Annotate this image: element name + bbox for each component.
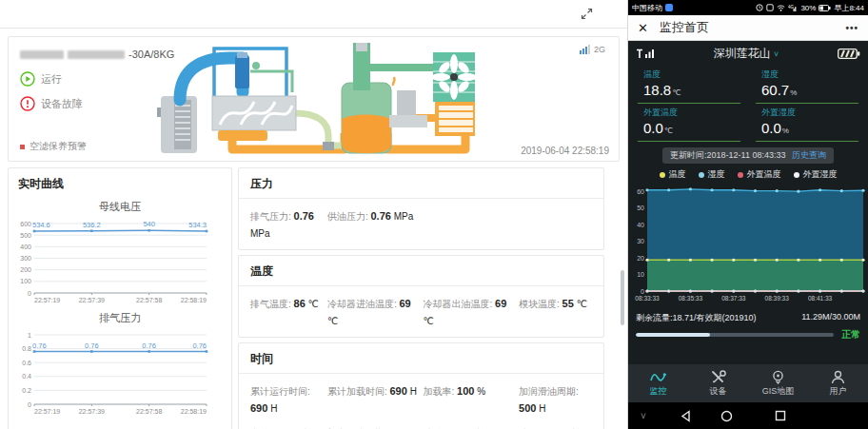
- metric-value: 0.0: [643, 120, 663, 136]
- alert-icon: [20, 96, 35, 111]
- svg-text:22:57:58: 22:57:58: [136, 408, 162, 415]
- svg-text:540: 540: [143, 220, 155, 228]
- section-grid: 排气温度: 86 ℃冷却器进油温度: 69 ℃冷却器出油温度: 69 ℃模块温度…: [239, 286, 603, 337]
- legend-item[interactable]: 外置湿度: [794, 168, 838, 181]
- desktop-panel: -30A/8KG 运行 设备故障: [0, 0, 628, 429]
- svg-text:08:35:33: 08:35:33: [679, 295, 703, 302]
- svg-text:500: 500: [20, 232, 31, 239]
- mobile-signal-icon: 4G: [788, 4, 798, 11]
- history-query-link[interactable]: 历史查询: [792, 150, 826, 160]
- svg-text:30: 30: [637, 238, 644, 244]
- data-field: 空滤器使用时间: 690 H: [250, 423, 324, 429]
- svg-text:22:57:19: 22:57:19: [34, 297, 60, 303]
- legend-dot-icon: [738, 172, 743, 178]
- metric-ext-temperature: 外置温度 0.0℃: [638, 104, 740, 142]
- data-field: 供油压力: 0.76 MPa: [327, 206, 420, 241]
- android-nav-bar: ˅: [628, 402, 868, 429]
- nav-item-devices[interactable]: 设备: [688, 370, 748, 398]
- legend-label: 湿度: [708, 168, 725, 181]
- legend-item[interactable]: 温度: [660, 168, 686, 181]
- quota-usage-label: 11.29M/30.00M: [801, 312, 860, 324]
- svg-text:08:33:33: 08:33:33: [635, 295, 660, 302]
- legend-item[interactable]: 湿度: [699, 168, 725, 181]
- metric-unit: ℃: [672, 88, 681, 97]
- svg-text:22:57:58: 22:57:58: [136, 297, 162, 303]
- android-home-button[interactable]: [717, 402, 736, 429]
- svg-text:10: 10: [637, 271, 644, 278]
- site-selector[interactable]: 深圳莲花山 ˅: [655, 46, 838, 62]
- svg-text:22:57:39: 22:57:39: [79, 408, 105, 415]
- android-back-button[interactable]: [676, 402, 695, 429]
- svg-text:22:58:19: 22:58:19: [181, 408, 207, 415]
- section-card: 压力排气压力: 0.76 MPa供油压力: 0.76 MPa: [238, 167, 604, 250]
- android-recents-button[interactable]: [771, 402, 790, 429]
- run-label: 运行: [41, 72, 62, 87]
- section-grid: 累计运行时间: 690 H累计加载时间: 690 H加载率: 100 %加润滑油…: [239, 374, 603, 429]
- redacted-text: [20, 50, 64, 59]
- network-label: 2G: [594, 45, 605, 54]
- overflow-menu-icon[interactable]: •••: [845, 23, 858, 33]
- svg-text:60: 60: [637, 188, 644, 195]
- data-field: 加润滑油周期: 500 H: [519, 381, 592, 416]
- fullscreen-icon[interactable]: [581, 8, 593, 20]
- status-time-label: 早上8:44: [834, 3, 864, 13]
- svg-text:600: 600: [20, 221, 31, 227]
- env-chart-wrap: 010203040506008:33:3308:35:3308:37:3308:…: [628, 184, 868, 307]
- metric-unit: %: [782, 127, 789, 135]
- metric-label: 外置湿度: [761, 107, 858, 119]
- device-battery-icon: [838, 49, 860, 59]
- wifi-icon: [777, 5, 785, 11]
- hide-nav-chevron-icon[interactable]: ˅: [636, 402, 651, 429]
- env-monitor-chart: 010203040506008:33:3308:35:3308:37:3308:…: [628, 184, 868, 303]
- desktop-body: -30A/8KG 运行 设备故障: [0, 29, 627, 429]
- svg-text:40: 40: [637, 222, 644, 228]
- svg-text:50: 50: [637, 205, 644, 211]
- battery-percent-label: 30%: [800, 4, 816, 12]
- user-icon: [831, 370, 845, 384]
- signal-bars-icon: [580, 45, 591, 54]
- data-field: 冷却器进油温度: 69 ℃: [327, 294, 420, 328]
- exhaust-pressure-chart: 00.20.40.60.8122:57:1922:57:3922:57:5822…: [9, 325, 218, 417]
- svg-text:08:39:33: 08:39:33: [765, 295, 790, 302]
- legend-item[interactable]: 外置温度: [738, 168, 781, 181]
- metric-temperature: 温度 18.8℃: [638, 66, 740, 104]
- svg-text:20: 20: [637, 255, 644, 262]
- alarm-clock-icon: [756, 4, 763, 11]
- svg-text:0: 0: [641, 288, 644, 295]
- nav-item-user[interactable]: 用户: [808, 370, 868, 398]
- svg-text:0: 0: [28, 290, 31, 297]
- data-field: 冷却器出油温度: 69 ℃: [424, 294, 516, 328]
- chart-title-bus-voltage: 母线电压: [9, 200, 231, 214]
- curves-card-title: 实时曲线: [9, 168, 231, 198]
- svg-text:200: 200: [20, 266, 31, 273]
- quota-progress-fill: [636, 333, 710, 337]
- mobile-title-bar: ✕ 监控首页 •••: [628, 15, 868, 41]
- nav-label: 监控: [650, 385, 667, 398]
- svg-text:0.76: 0.76: [32, 341, 47, 350]
- bus-voltage-chart: 010020030040050060022:57:1922:57:3922:57…: [9, 214, 218, 305]
- section-title: 时间: [239, 343, 603, 374]
- page-title: 监控首页: [660, 19, 709, 36]
- svg-text:534.3: 534.3: [188, 221, 207, 229]
- nav-item-gis-map[interactable]: GIS地图: [748, 370, 808, 398]
- map-pin-icon: [771, 370, 785, 384]
- device-timestamp: 2019-06-04 22:58:19: [521, 146, 609, 156]
- scrollbar-thumb[interactable]: [621, 270, 624, 325]
- close-icon[interactable]: ✕: [638, 22, 648, 34]
- nav-item-monitor[interactable]: 监控: [628, 370, 688, 398]
- fault-label: 设备故障: [41, 97, 83, 111]
- svg-text:0.4: 0.4: [22, 373, 31, 380]
- site-name-label: 深圳莲花山: [714, 47, 771, 60]
- warning-bullet-icon: [20, 145, 25, 149]
- nav-label: 用户: [830, 385, 847, 398]
- data-field: 油滤器使用时间: 690 H: [424, 423, 516, 429]
- svg-text:08:37:33: 08:37:33: [721, 295, 746, 302]
- svg-text:4G: 4G: [788, 5, 795, 10]
- update-row: 更新时间:2018-12-11 08:43:33 历史查询: [628, 147, 868, 164]
- svg-text:08:41:33: 08:41:33: [808, 295, 833, 302]
- app-notification-icon: [766, 4, 774, 11]
- device-signal-icon: [636, 49, 655, 59]
- legend-label: 外置温度: [747, 168, 781, 181]
- section-title: 压力: [239, 168, 603, 199]
- legend-dot-icon: [660, 172, 665, 178]
